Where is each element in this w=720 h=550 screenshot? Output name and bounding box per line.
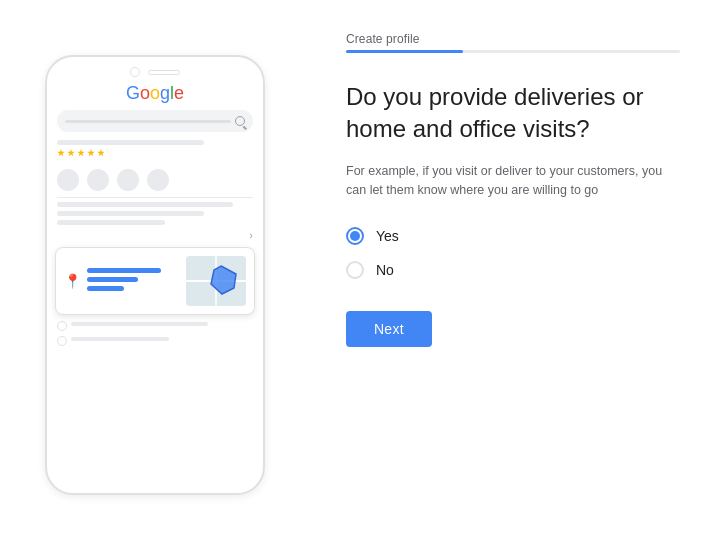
radio-label-no: No <box>376 262 394 278</box>
stars-row <box>57 149 253 157</box>
question-description: For example, if you visit or deliver to … <box>346 162 680 200</box>
search-icon <box>235 116 245 126</box>
radio-inner-yes <box>350 231 360 241</box>
search-line <box>65 120 231 123</box>
location-card: 📍 <box>55 247 255 315</box>
bottom-lines <box>57 321 253 346</box>
chevron-right-icon: › <box>57 229 253 241</box>
phone-content: Google <box>47 83 263 346</box>
action-circle <box>147 169 169 191</box>
star <box>77 149 85 157</box>
radio-label-yes: Yes <box>376 228 399 244</box>
card-line <box>87 286 124 291</box>
progress-bar-fill <box>346 50 463 53</box>
next-button[interactable]: Next <box>346 311 432 347</box>
card-line <box>87 268 161 273</box>
phone-search-bar <box>57 110 253 132</box>
phone-camera <box>130 67 140 77</box>
question-title: Do you provide deliveries or home and of… <box>346 81 680 146</box>
action-icons-row <box>57 169 253 191</box>
section-label: Create profile <box>346 32 680 46</box>
radio-option-no[interactable]: No <box>346 261 680 279</box>
radio-button-no[interactable] <box>346 261 364 279</box>
phone-frame: Google <box>45 55 265 495</box>
star <box>57 149 65 157</box>
phone-illustration: Google <box>0 0 310 550</box>
content-line <box>57 220 165 225</box>
card-line <box>87 277 138 282</box>
phone-result-block <box>57 140 253 163</box>
star <box>87 149 95 157</box>
google-logo: Google <box>57 83 253 104</box>
radio-group: Yes No <box>346 227 680 279</box>
action-circle <box>87 169 109 191</box>
result-line <box>57 140 204 145</box>
action-circle <box>117 169 139 191</box>
action-circle <box>57 169 79 191</box>
card-lines <box>87 268 180 295</box>
content-line <box>57 202 233 207</box>
progress-bar-container <box>346 50 680 53</box>
phone-speaker <box>148 70 180 75</box>
radio-button-yes[interactable] <box>346 227 364 245</box>
radio-option-yes[interactable]: Yes <box>346 227 680 245</box>
phone-top-bar <box>47 57 263 83</box>
map-thumbnail <box>186 256 246 306</box>
form-panel: Create profile Do you provide deliveries… <box>310 0 720 550</box>
star <box>97 149 105 157</box>
lines-block <box>57 202 253 225</box>
divider <box>57 197 253 198</box>
content-line <box>57 211 204 216</box>
star <box>67 149 75 157</box>
map-pin-icon: 📍 <box>64 273 81 289</box>
